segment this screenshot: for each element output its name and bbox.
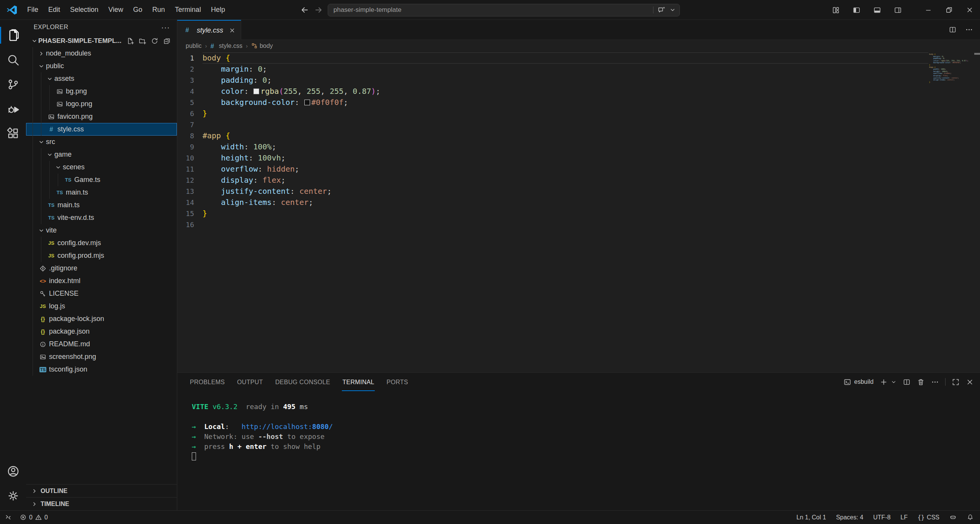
panel-tab-ports[interactable]: PORTS — [386, 373, 408, 391]
divider — [945, 378, 946, 386]
toggle-primary-sidebar-button[interactable] — [846, 0, 867, 20]
panel-tab-debug-console[interactable]: DEBUG CONSOLE — [275, 373, 331, 391]
tree-item--gitignore[interactable]: .gitignore — [26, 262, 177, 275]
activity-search[interactable] — [0, 47, 26, 72]
overview-ruler[interactable] — [974, 52, 980, 372]
sidebar-more-actions[interactable]: ··· — [161, 23, 177, 32]
tree-item-screenshot-png[interactable]: screenshot.png — [26, 350, 177, 363]
breadcrumb-public[interactable]: public — [186, 43, 202, 49]
status-braces[interactable]: {}CSS — [918, 514, 939, 521]
copilot-chat-icon[interactable] — [657, 6, 666, 14]
refresh-button[interactable] — [151, 37, 158, 45]
tree-item-index-html[interactable]: <>index.html — [26, 275, 177, 287]
chevron-down-icon[interactable] — [670, 7, 676, 13]
activity-extensions[interactable] — [0, 121, 26, 146]
status-utf-8[interactable]: UTF-8 — [873, 514, 890, 521]
tree-item-log-js[interactable]: JSlog.js — [26, 300, 177, 313]
new-terminal-icon[interactable] — [880, 378, 888, 386]
activity-source-control[interactable] — [0, 72, 26, 97]
split-terminal-icon[interactable] — [903, 378, 911, 386]
command-center-search[interactable]: phaser-simple-template — [328, 4, 680, 16]
panel-tab-terminal[interactable]: TERMINAL — [342, 373, 374, 391]
toggle-panel-button[interactable] — [867, 0, 887, 20]
panel-tab-problems[interactable]: PROBLEMS — [189, 373, 225, 391]
tree-item-tsconfig-json[interactable]: TStsconfig.json — [26, 363, 177, 376]
activity-account[interactable] — [0, 459, 26, 483]
section-timeline[interactable]: TIMELINE — [26, 497, 177, 510]
breadcrumb-body[interactable]: body — [251, 43, 273, 49]
status-copilot[interactable] — [949, 514, 957, 521]
menu-selection[interactable]: Selection — [65, 0, 103, 20]
toggle-secondary-sidebar-button[interactable] — [887, 0, 908, 20]
tab-style-css[interactable]: # style.css — [177, 20, 241, 40]
tree-item-style-css[interactable]: #style.css — [26, 123, 177, 136]
tree-item-main-ts[interactable]: TSmain.ts — [26, 186, 177, 199]
tree-item-readme-md[interactable]: README.md — [26, 338, 177, 350]
tree-item-public[interactable]: public — [26, 60, 177, 72]
status-problems[interactable]: 00 — [20, 514, 48, 521]
customize-layout-button[interactable] — [825, 0, 846, 20]
menu-go[interactable]: Go — [128, 0, 147, 20]
menu-terminal[interactable]: Terminal — [170, 0, 206, 20]
restore-window-button[interactable] — [939, 0, 959, 20]
tree-item-favicon-png[interactable]: favicon.png — [26, 110, 177, 123]
new-file-button[interactable] — [126, 37, 134, 45]
run-debug-icon — [7, 102, 20, 116]
close-window-button[interactable] — [959, 0, 980, 20]
tree-item-assets[interactable]: assets — [26, 72, 177, 85]
explorer-root-folder[interactable]: PHASER-SIMPLE-TEMPL... — [26, 34, 177, 47]
breadcrumb-style-css[interactable]: #style.css — [211, 43, 242, 49]
status-bell[interactable] — [967, 514, 974, 521]
menu-file[interactable]: File — [22, 0, 43, 20]
tree-item-node-modules[interactable]: node_modules — [26, 47, 177, 60]
menu-view[interactable]: View — [103, 0, 128, 20]
new-folder-button[interactable] — [139, 37, 146, 45]
code-editor[interactable]: 1body {2 margin: 0;3 padding: 0;4 color:… — [177, 52, 980, 372]
collapse-all-button[interactable] — [163, 37, 171, 45]
tree-item-src[interactable]: src — [26, 136, 177, 148]
menu-edit[interactable]: Edit — [43, 0, 65, 20]
close-panel-icon[interactable] — [966, 378, 974, 386]
minimap[interactable]: body { margin: 0; padding: 0; color: rgb… — [929, 53, 974, 83]
tree-item-bg-png[interactable]: bg.png — [26, 85, 177, 98]
status-remote[interactable] — [5, 514, 12, 521]
tree-item-game[interactable]: game — [26, 148, 177, 161]
menu-help[interactable]: Help — [206, 0, 230, 20]
tree-item-game-ts[interactable]: TSGame.ts — [26, 174, 177, 186]
activity-explorer[interactable] — [0, 23, 26, 47]
tree-item-scenes[interactable]: scenes — [26, 161, 177, 174]
close-tab-icon[interactable] — [229, 27, 235, 34]
tree-item-config-prod-mjs[interactable]: JSconfig.prod.mjs — [26, 249, 177, 262]
tree-item-vite-env-d-ts[interactable]: TSvite-env.d.ts — [26, 211, 177, 224]
maximize-panel-icon[interactable] — [952, 378, 960, 386]
panel-more-actions-icon[interactable] — [931, 378, 939, 386]
tree-item-main-ts[interactable]: TSmain.ts — [26, 199, 177, 211]
sidebar-header: EXPLORER ··· — [26, 20, 177, 34]
kill-terminal-icon[interactable] — [917, 378, 925, 386]
tree-item-config-dev-mjs[interactable]: JSconfig.dev.mjs — [26, 237, 177, 249]
back-arrow-icon[interactable] — [300, 5, 309, 15]
status-ln-1-col-1[interactable]: Ln 1, Col 1 — [796, 514, 826, 521]
terminal-output[interactable]: VITE v6.3.2 ready in 495 ms→ Local: http… — [177, 391, 980, 510]
terminal-dropdown-icon[interactable] — [891, 379, 897, 385]
status-lf[interactable]: LF — [900, 514, 908, 521]
section-outline[interactable]: OUTLINE — [26, 484, 177, 497]
file-label: node_modules — [46, 49, 91, 57]
tree-item-license[interactable]: LICENSE — [26, 287, 177, 300]
activity-run-debug[interactable] — [0, 97, 26, 121]
menu-run[interactable]: Run — [147, 0, 170, 20]
tree-item-package-lock-json[interactable]: {}package-lock.json — [26, 313, 177, 325]
forward-arrow-icon[interactable] — [314, 5, 323, 15]
source-control-icon — [7, 78, 20, 91]
panel-tab-output[interactable]: OUTPUT — [237, 373, 263, 391]
tree-item-package-json[interactable]: {}package.json — [26, 325, 177, 338]
editor-more-actions-icon[interactable] — [965, 26, 973, 34]
tree-item-vite[interactable]: vite — [26, 224, 177, 237]
activity-settings[interactable] — [0, 483, 26, 508]
git-file-icon — [38, 265, 47, 272]
tree-item-logo-png[interactable]: logo.png — [26, 98, 177, 110]
status-spaces-4[interactable]: Spaces: 4 — [836, 514, 863, 521]
terminal-instance[interactable]: esbuild — [843, 378, 874, 386]
minimize-window-button[interactable] — [918, 0, 939, 20]
split-editor-icon[interactable] — [949, 26, 957, 34]
